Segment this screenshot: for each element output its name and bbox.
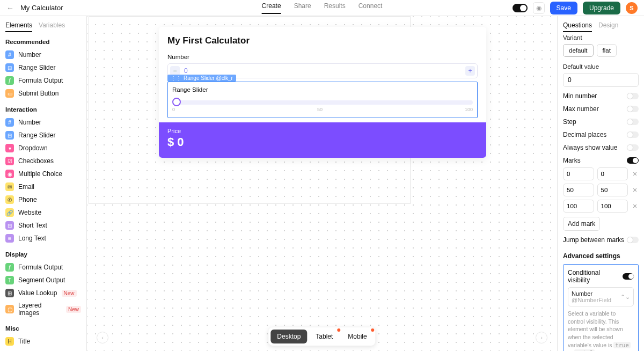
mark-value-input[interactable] <box>563 184 594 196</box>
number-increment[interactable]: + <box>465 66 475 76</box>
multiple-choice-icon: ◉ <box>5 170 14 178</box>
element-label: Range Slider <box>18 131 55 139</box>
slider-thumb[interactable] <box>172 98 181 106</box>
remove-mark-button[interactable]: × <box>631 202 639 210</box>
conditional-visibility-toggle[interactable] <box>623 273 634 280</box>
title-icon: H <box>5 337 14 346</box>
mark-label-input[interactable] <box>597 184 628 196</box>
tab-design[interactable]: Design <box>598 21 618 32</box>
conditional-visibility-label: Conditional visibility <box>568 269 623 284</box>
slider-label: Range Slider <box>172 86 473 93</box>
formula-output-icon: ƒ <box>5 76 14 85</box>
always-show-toggle[interactable] <box>627 144 639 151</box>
back-button[interactable]: ← <box>6 4 14 12</box>
default-value-label: Default value <box>563 63 639 70</box>
tab-create[interactable]: Create <box>262 2 281 14</box>
phone-icon: ✆ <box>5 195 14 204</box>
element-dropdown[interactable]: ▾Dropdown <box>5 142 81 155</box>
tab-connect[interactable]: Connect <box>358 2 383 14</box>
element-email[interactable]: ✉Email <box>5 180 81 193</box>
device-tablet[interactable]: Tablet <box>309 330 339 343</box>
element-label: Range Slider <box>18 64 55 71</box>
element-range-slider[interactable]: ⊟Range Slider <box>5 129 81 142</box>
element-number[interactable]: #Number <box>5 48 81 61</box>
element-label: Number <box>18 119 41 126</box>
price-value: $ 0 <box>167 135 478 149</box>
mark-row: × <box>563 184 639 196</box>
layered-images-icon: ▢ <box>5 305 14 313</box>
project-title: My Calculator <box>20 4 63 12</box>
remove-mark-button[interactable]: × <box>631 186 639 194</box>
element-title[interactable]: HTitle <box>5 335 81 348</box>
default-value-input[interactable] <box>563 73 639 87</box>
variant-default[interactable]: default <box>563 44 594 57</box>
sidebar-tab-variables[interactable]: Variables <box>39 21 65 32</box>
tab-questions[interactable]: Questions <box>563 21 592 32</box>
device-mobile[interactable]: Mobile <box>341 330 373 343</box>
save-button[interactable]: Save <box>550 2 577 14</box>
element-submit-button[interactable]: ▭Submit Button <box>5 87 81 100</box>
element-formula-output[interactable]: ƒFormula Output <box>5 74 81 87</box>
element-checkboxes[interactable]: ☑Checkboxes <box>5 155 81 167</box>
min-number-toggle[interactable] <box>627 93 639 99</box>
element-segment-output[interactable]: TSegment Output <box>5 274 81 287</box>
element-layered-images[interactable]: ▢Layered ImagesNew <box>5 299 81 319</box>
max-number-toggle[interactable] <box>627 106 639 112</box>
section-interaction: Interaction <box>5 106 81 113</box>
value-lookup-icon: ⊞ <box>5 289 14 297</box>
range-slider-element[interactable]: ⋮⋮ Range Slider @clk_r Range Slider 0 50… <box>167 82 478 118</box>
variant-label: Variant <box>563 34 639 41</box>
element-long-text[interactable]: ≡Long Text <box>5 232 81 245</box>
element-label: Phone <box>18 196 37 203</box>
canvas-prev[interactable]: ‹ <box>97 332 108 343</box>
formula-output-icon: ƒ <box>5 263 14 272</box>
chevron-updown-icon: ⌃⌄ <box>620 294 630 301</box>
mark-value-input[interactable] <box>563 200 594 213</box>
variant-flat[interactable]: flat <box>597 44 617 57</box>
element-range-slider[interactable]: ⊟Range Slider <box>5 61 81 74</box>
website-icon: 🔗 <box>5 208 14 217</box>
device-switcher: Desktop Tablet Mobile <box>268 327 375 346</box>
jump-marks-toggle[interactable] <box>627 237 639 243</box>
min-number-label: Min number <box>563 92 597 100</box>
canvas-next[interactable]: › <box>536 332 547 343</box>
element-website[interactable]: 🔗Website <box>5 206 81 219</box>
decimal-places-toggle[interactable] <box>627 131 639 138</box>
element-value-lookup[interactable]: ⊞Value LookupNew <box>5 287 81 299</box>
conditional-visibility-box: Conditional visibility Number @NumberFie… <box>563 264 639 351</box>
upgrade-button[interactable]: Upgrade <box>583 2 620 14</box>
email-icon: ✉ <box>5 182 14 191</box>
element-label: Formula Output <box>18 264 63 271</box>
always-show-label: Always show value <box>563 144 617 151</box>
tab-results[interactable]: Results <box>324 2 346 14</box>
add-mark-button[interactable]: Add mark <box>563 217 600 231</box>
element-label: Checkboxes <box>18 157 54 165</box>
element-number[interactable]: #Number <box>5 116 81 129</box>
canvas[interactable]: My First Calculator Number − 0 + ⋮⋮ Rang… <box>87 16 557 351</box>
long-text-icon: ≡ <box>5 234 14 243</box>
element-short-text[interactable]: ⊟Short Text <box>5 219 81 232</box>
conditional-variable-select[interactable]: Number @NumberField ⌃⌄ <box>568 287 634 306</box>
marks-label: Marks <box>563 157 581 164</box>
mark-label-input[interactable] <box>597 200 628 213</box>
max-number-label: Max number <box>563 105 599 113</box>
user-avatar[interactable]: S <box>626 2 638 14</box>
calculator-title: My First Calculator <box>167 35 478 46</box>
mark-label-input[interactable] <box>597 167 628 180</box>
sidebar-tab-elements[interactable]: Elements <box>5 21 32 32</box>
tab-share[interactable]: Share <box>294 2 311 14</box>
preview-button[interactable]: ◉ <box>533 2 545 14</box>
dropdown-icon: ▾ <box>5 144 14 152</box>
remove-mark-button[interactable]: × <box>631 170 639 178</box>
mark-value-input[interactable] <box>563 167 594 180</box>
slider-track[interactable] <box>172 100 473 105</box>
step-toggle[interactable] <box>627 119 639 125</box>
element-phone[interactable]: ✆Phone <box>5 193 81 206</box>
calculator-card: My First Calculator Number − 0 + ⋮⋮ Rang… <box>159 27 486 158</box>
app-header: ← My Calculator Create Share Results Con… <box>0 0 644 16</box>
marks-toggle[interactable] <box>627 157 639 164</box>
element-formula-output[interactable]: ƒFormula Output <box>5 261 81 274</box>
element-multiple-choice[interactable]: ◉Multiple Choice <box>5 167 81 180</box>
dark-mode-toggle[interactable] <box>513 4 528 12</box>
device-desktop[interactable]: Desktop <box>270 330 307 343</box>
